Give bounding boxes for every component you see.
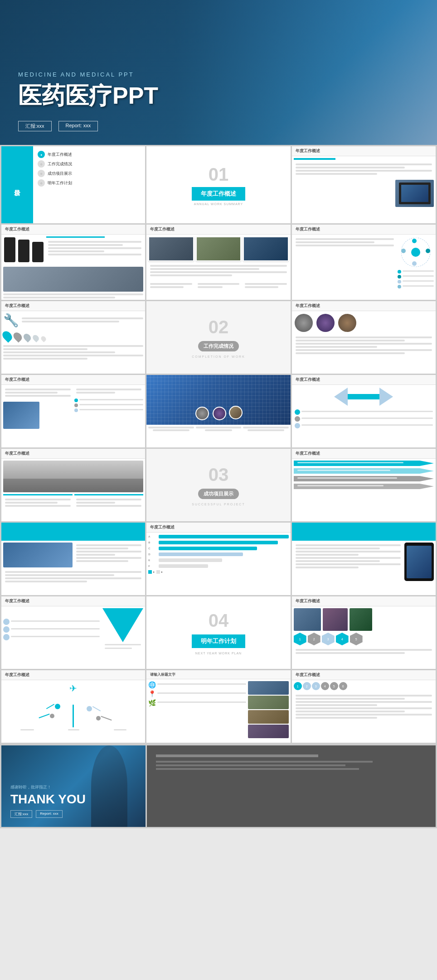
tablet-right-content bbox=[292, 541, 436, 583]
tablet-device bbox=[404, 543, 434, 581]
cph-content bbox=[292, 311, 436, 359]
slide-section-03: 03 成功项目展示 SUCCESSFUL PROJECT bbox=[146, 449, 290, 521]
toc-item-2: ○ 工作完成情况 bbox=[38, 160, 141, 168]
hex-content: 1 2 3 4 5 bbox=[292, 606, 436, 659]
slide-section-04: 04 明年工作计划 NEXT YEAR WORK PLAN bbox=[146, 596, 290, 669]
slide-architecture bbox=[146, 375, 290, 447]
bars-cyan-content bbox=[1, 541, 145, 587]
tabbed-content bbox=[292, 459, 436, 492]
toc-dot-2: ○ bbox=[38, 160, 45, 168]
circles-row-content: 1 2 3 4 5 6 bbox=[292, 680, 436, 724]
tablet-img-1 bbox=[3, 543, 73, 567]
orbit-center bbox=[411, 248, 420, 257]
section-title-04: 明年工作计划 bbox=[192, 634, 245, 648]
drop-5 bbox=[40, 335, 47, 342]
slide-circles-row: 年度工作概述 1 2 3 4 5 6 bbox=[292, 670, 436, 743]
slide-circle-photos: 年度工作概述 bbox=[292, 301, 436, 374]
slide-header-ppl: 年度工作概述 bbox=[1, 449, 145, 459]
toc-right: ● 年度工作概述 ○ 工作完成情况 ○ 成功项目展示 ○ 明年工作计划 bbox=[33, 146, 145, 223]
section-num-04: 04 bbox=[209, 610, 229, 631]
slide-arrow-diagram: 年度工作概述 bbox=[292, 375, 436, 447]
section-num-03: 03 bbox=[209, 465, 229, 485]
slide-header-1: 年度工作概述 bbox=[292, 146, 436, 156]
hex-5: 5 bbox=[350, 633, 363, 645]
slide-bar-chart: 年度工作概述 A B C D bbox=[146, 523, 290, 595]
img-row-photos bbox=[148, 236, 288, 261]
slide-circle-diagram: 年度工作概述 bbox=[292, 225, 436, 300]
slide-triangle: 年度工作概述 bbox=[1, 596, 145, 669]
sm-c-6: 6 bbox=[339, 682, 347, 690]
thank-you-sub: 感谢聆听，批评指正！ bbox=[10, 784, 86, 790]
slide-header-cph: 年度工作概述 bbox=[292, 301, 436, 311]
thank-you-content: 感谢聆听，批评指正！ THANK YOU 汇报:xxx Report: xxx bbox=[10, 784, 86, 818]
img-row-content bbox=[146, 235, 290, 293]
plant-content: ✈ bbox=[1, 680, 145, 735]
slide-tablet-right bbox=[292, 523, 436, 595]
hex-photo-3 bbox=[350, 608, 372, 631]
orbit-dot-1 bbox=[412, 239, 417, 243]
cyan-top-block bbox=[1, 523, 145, 541]
toc-left: 目录 bbox=[1, 146, 33, 223]
toc-item-1: ● 年度工作概述 bbox=[38, 151, 141, 158]
people-content bbox=[1, 459, 145, 512]
toc-dot-3: ○ bbox=[38, 170, 45, 177]
slide-header-circ: 年度工作概述 bbox=[292, 225, 436, 235]
laptop-image bbox=[395, 180, 434, 207]
circle-photo-3 bbox=[338, 314, 356, 332]
drop-4 bbox=[31, 334, 40, 342]
globe-visual bbox=[3, 402, 39, 429]
slide-plant: 年度工作概述 ✈ bbox=[1, 670, 145, 743]
slide-image-row: 年度工作概述 bbox=[146, 225, 290, 300]
slide-header-faucet: 年度工作概述 bbox=[1, 301, 145, 311]
slide-tabbed: 年度工作概述 bbox=[292, 449, 436, 521]
hero-title: 医药医疗PPT bbox=[18, 80, 158, 112]
slide-bars-cyan bbox=[1, 523, 145, 595]
phones-row bbox=[3, 236, 44, 263]
phone-1 bbox=[4, 237, 15, 262]
sm-c-1: 1 bbox=[294, 682, 302, 690]
drops-row bbox=[3, 331, 143, 341]
tablet-mockup bbox=[404, 543, 434, 581]
arch-labels bbox=[146, 425, 290, 433]
arch-circle-3 bbox=[229, 406, 243, 419]
orbit-dot-4 bbox=[401, 249, 406, 253]
slide-laptop-content bbox=[292, 156, 436, 180]
tree-visual bbox=[4, 696, 142, 727]
hero-microscope-bg bbox=[197, 0, 437, 145]
tablet-cyan-top bbox=[292, 523, 436, 541]
toc-text-2: 工作完成情况 bbox=[48, 161, 72, 167]
slide-header-tab: 年度工作概述 bbox=[292, 449, 436, 459]
arrow-diag-content bbox=[292, 385, 436, 431]
drop-2 bbox=[12, 331, 24, 342]
people-photo bbox=[3, 461, 143, 492]
hex-3: 3 bbox=[322, 633, 335, 645]
circle-photo-2 bbox=[316, 314, 335, 332]
slide-people: 年度工作概述 bbox=[1, 449, 145, 521]
slide-header-collage: 请输入标题文字 bbox=[146, 670, 290, 679]
faucet-content: 🔧 bbox=[1, 311, 145, 363]
section-sub-04: NEXT YEAR WORK PLAN bbox=[195, 652, 242, 655]
slide-header-imgrow: 年度工作概述 bbox=[146, 225, 290, 235]
slide-hexagons: 年度工作概述 1 2 3 4 5 bbox=[292, 596, 436, 669]
slide-photo-collage: 请输入标题文字 🌐 📍 🌿 bbox=[146, 670, 290, 743]
circle-diag-content bbox=[292, 235, 436, 290]
dark-slide bbox=[147, 745, 436, 827]
bar-chart-content: A B C D E bbox=[146, 533, 290, 576]
orbit-area bbox=[398, 236, 434, 288]
plane-icon: ✈ bbox=[4, 683, 142, 694]
orbit-dot-2 bbox=[426, 249, 430, 253]
toc-text-1: 年度工作概述 bbox=[48, 152, 72, 158]
slide-header-cr: 年度工作概述 bbox=[292, 670, 436, 680]
toc-text-4: 明年工作计划 bbox=[48, 180, 72, 186]
slide-section-01: 01 年度工作概述 ANNUAL WORK SUMMARY bbox=[146, 146, 290, 223]
faucet-icon: 🔧 bbox=[3, 313, 19, 328]
globe-icon: 🌐 bbox=[148, 681, 156, 688]
hero-tag-1: 汇报:xxx bbox=[18, 121, 52, 131]
photo-a bbox=[148, 236, 194, 261]
section-title-01: 年度工作概述 bbox=[192, 187, 245, 201]
sm-c-4: 4 bbox=[321, 682, 329, 690]
phone-3 bbox=[32, 242, 44, 262]
hero-section: MEDICINE AND MEDICAL PPT 医药医疗PPT 汇报:xxx … bbox=[0, 0, 437, 145]
slide-header-plant: 年度工作概述 bbox=[1, 670, 145, 680]
triangle-content bbox=[1, 606, 145, 652]
